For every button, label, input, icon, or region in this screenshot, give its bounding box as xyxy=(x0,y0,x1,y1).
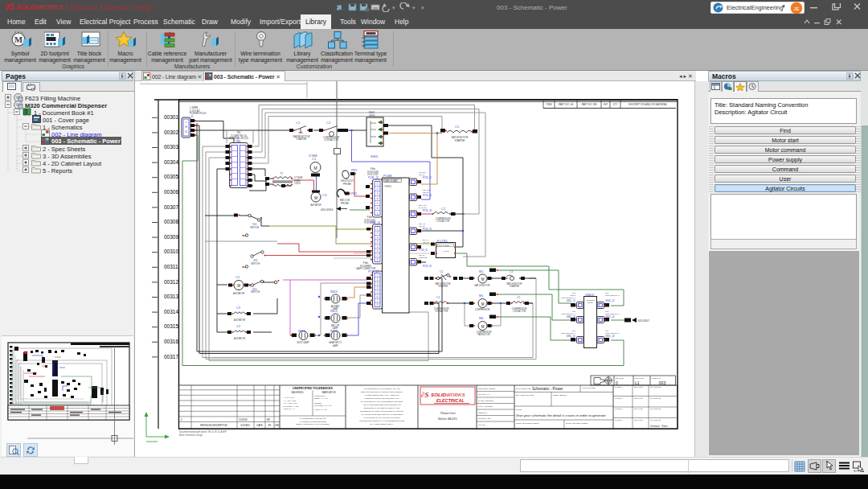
svg-text:P.dbs: P.dbs xyxy=(371,167,376,171)
svg-text:PROBE: PROBE xyxy=(341,202,349,205)
svg-text:SHEET METAL: SHEET METAL xyxy=(314,395,326,397)
svg-text:00308: 00308 xyxy=(164,219,178,224)
svg-text:00306: 00306 xyxy=(164,189,178,195)
svg-text:BATCH MOTOR: BATCH MOTOR xyxy=(475,284,490,287)
svg-text:6/22/963: 6/22/963 xyxy=(241,424,250,427)
svg-text:M: M xyxy=(313,166,317,171)
svg-text:LAMP: LAMP xyxy=(332,307,338,310)
svg-text:C1: C1 xyxy=(296,121,301,125)
svg-text:GND_J4: GND_J4 xyxy=(605,315,615,318)
svg-text:SOLIDWORKS: SOLIDWORKS xyxy=(431,392,466,397)
svg-text:FRACTIONAL ± 1/32: FRACTIONAL ± 1/32 xyxy=(283,405,299,407)
svg-text:M: M xyxy=(481,325,485,329)
svg-text:SWITCH: SWITCH xyxy=(251,290,260,294)
svg-text:LOCATION:: LOCATION: xyxy=(635,377,645,379)
svg-text:IND2: IND2 xyxy=(330,330,338,333)
svg-text:P.dbs: P.dbs xyxy=(367,216,373,219)
svg-text:DRAWING NO.: DRAWING NO. xyxy=(650,419,661,421)
svg-text:W/O #: 36P5209: W/O #: 36P5209 xyxy=(478,405,493,408)
svg-text:SWITCH: SWITCH xyxy=(250,226,259,229)
svg-text:DRAWING NO.: DRAWING NO. xyxy=(650,397,661,399)
svg-text:ILT MGR: ILT MGR xyxy=(294,176,302,179)
svg-text:00317: 00317 xyxy=(164,354,178,360)
svg-text:MATERIAL: MATERIAL xyxy=(615,408,624,409)
svg-text:± 1/3 UNLESS OTHERWISE NOTED.: ± 1/3 UNLESS OTHERWISE NOTED. xyxy=(298,421,326,422)
svg-text:SUBCONTRACTORS AND SUPPLIERS.: SUBCONTRACTORS AND SUPPLIERS. IT IS xyxy=(365,397,399,399)
svg-text:11/15/09: 11/15/09 xyxy=(239,418,248,421)
svg-text:GND_J5: GND_J5 xyxy=(566,335,575,338)
svg-text:GND TERMINAL: GND TERMINAL xyxy=(605,294,620,297)
svg-text:CONTACTOR: CONTACTOR xyxy=(435,310,448,313)
svg-text:ELECTRICAL: ELECTRICAL xyxy=(436,398,465,403)
svg-text:GEAR MOTO: GEAR MOTO xyxy=(329,341,342,344)
svg-text:RED'NO.#:: RED'NO.#: xyxy=(478,412,489,414)
svg-text:00305: 00305 xyxy=(164,174,178,179)
svg-text:PCB_J4: PCB_J4 xyxy=(370,221,380,224)
svg-text:DATE: 6/22/2020: DATE: 6/22/2020 xyxy=(478,400,494,402)
svg-text:DRAWING NO.: DRAWING NO. xyxy=(650,386,661,388)
svg-text:PCB_J6: PCB_J6 xyxy=(423,265,432,268)
svg-text:ANY INFORMATION CONTAINED IN T: ANY INFORMATION CONTAINED IN THIS DOCUME… xyxy=(361,413,403,416)
svg-text:COMPRESSOR: COMPRESSOR xyxy=(436,217,451,220)
svg-text:BATCH MOTOR: BATCH MOTOR xyxy=(436,282,451,286)
svg-text:GND_J2: GND_J2 xyxy=(605,299,615,302)
svg-text:DESCRIPTION AND/OR MATERIAL: DESCRIPTION AND/OR MATERIAL xyxy=(628,103,668,106)
svg-text:N: N xyxy=(185,125,186,129)
svg-text:DEVIATION: DEVIATION xyxy=(634,397,643,399)
svg-text:00301: 00301 xyxy=(164,114,178,120)
svg-text:M2: M2 xyxy=(479,270,483,273)
svg-text:SURFACE TREATMENT: SURFACE TREATMENT xyxy=(566,422,588,425)
svg-text:STARTER: STARTER xyxy=(438,285,448,288)
svg-text:PCB_J6: PCB_J6 xyxy=(423,194,432,197)
svg-text:CONTACTOR: CONTACTOR xyxy=(324,138,338,142)
svg-text:COMPRESSOR: COMPRESSOR xyxy=(477,331,492,334)
svg-text:M: M xyxy=(481,277,485,281)
svg-text:PCB_J2: PCB_J2 xyxy=(368,176,379,179)
svg-text:C1: C1 xyxy=(517,296,521,299)
svg-text:SCALE: 1 / 1: SCALE: 1 / 1 xyxy=(478,393,490,396)
svg-text:GND_J1: GND_J1 xyxy=(566,299,575,302)
svg-text:003-00307: 003-00307 xyxy=(638,319,650,323)
svg-text:FAN MOTOR: FAN MOTOR xyxy=(477,333,489,336)
svg-text:AND IS TO BE RETURNED UPON REQ: AND IS TO BE RETURNED UPON REQUEST. NO xyxy=(362,404,400,405)
svg-text:00312: 00312 xyxy=(164,279,178,285)
svg-text:MODEL: MODEL xyxy=(443,250,450,253)
svg-text:FABRICATION: FABRICATION xyxy=(321,391,335,394)
svg-text:C3: C3 xyxy=(236,325,240,328)
svg-text:C3: C3 xyxy=(322,193,327,197)
svg-text:T1: T1 xyxy=(280,172,283,175)
svg-text:PR2: PR2 xyxy=(351,169,357,172)
svg-text:MACHINING: MACHINING xyxy=(292,391,304,394)
svg-text:PCB_J8: PCB_J8 xyxy=(423,209,432,212)
svg-text:F-LTR1: F-LTR1 xyxy=(437,240,448,243)
svg-text:Give your schematic the detail: Give your schematic the detail is craves… xyxy=(516,413,606,417)
svg-text:JE1: JE1 xyxy=(267,418,271,421)
svg-text:AGITATE: AGITATE xyxy=(331,305,340,308)
svg-text:.XX ±.010 (±0.25): .XX ±.010 (±0.25) xyxy=(283,400,297,401)
svg-text:PCB_J9: PCB_J9 xyxy=(423,228,432,231)
svg-text:CONTAINS PROPRIETARY INFORMATI: CONTAINS PROPRIETARY INFORMATION OWNED B… xyxy=(361,391,403,392)
svg-text:CHK: CHK xyxy=(275,424,280,427)
svg-text:SHEET NO.:: SHEET NO.: xyxy=(652,377,662,379)
svg-text:DRAWING NO.: DRAWING NO. xyxy=(650,408,661,409)
svg-text:THIS DOCUMENT IS THE PROPERTY: THIS DOCUMENT IS THE PROPERTY OF, AND xyxy=(363,388,400,390)
svg-text:C3: C3 xyxy=(236,306,240,310)
svg-text:STUD: STUD xyxy=(588,302,593,304)
svg-text:Schematic - Power: Schematic - Power xyxy=(650,425,668,428)
svg-text:RELEASED BY:: RELEASED BY: xyxy=(553,394,567,397)
svg-text:MB CUP: MB CUP xyxy=(331,324,339,327)
svg-text:REVISION:: REVISION: xyxy=(616,377,624,379)
svg-text:TRANSMITTED TO YOU IN CONFIDEN: TRANSMITTED TO YOU IN CONFIDENCE AND TRU… xyxy=(361,401,403,403)
svg-text:TB1: TB1 xyxy=(235,140,240,143)
svg-text:ANGULAR ± 1/2°: ANGULAR ± 1/2° xyxy=(314,409,327,410)
svg-text:M6: M6 xyxy=(479,317,483,320)
svg-text:QTY: QTY xyxy=(612,103,617,106)
svg-text:SOLDERED: SOLDERED xyxy=(360,265,371,268)
svg-text:C1: C1 xyxy=(436,296,440,299)
svg-text:BY: BY xyxy=(268,424,272,427)
svg-text:REVISION DESCRIPTION: REVISION DESCRIPTION xyxy=(200,424,227,427)
svg-text:CHK BY:: CHK BY: xyxy=(478,424,486,426)
svg-text:STARTER: STARTER xyxy=(510,285,519,288)
svg-text:FEATURES ±0.5 (±1.5): FEATURES ±0.5 (±1.5) xyxy=(314,405,332,406)
svg-text:▾: ▾ xyxy=(421,5,424,10)
